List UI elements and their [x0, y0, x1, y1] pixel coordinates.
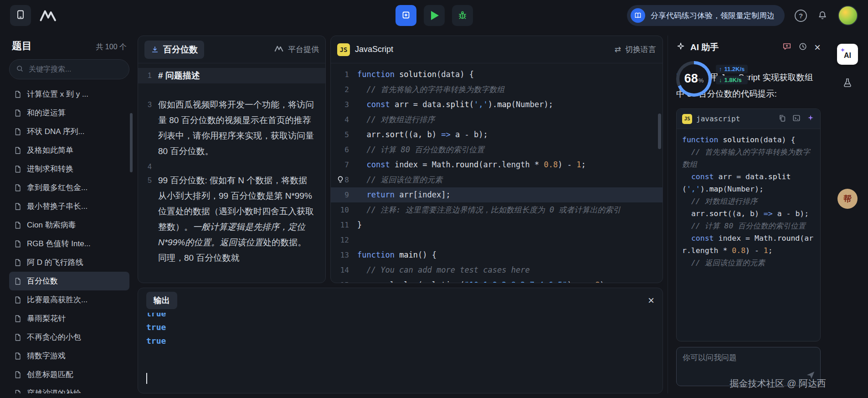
sidebar-item[interactable]: 计算位置 x 到 y ...: [9, 85, 129, 103]
square-plus-icon: [401, 10, 411, 21]
output-console[interactable]: truetruetrue: [138, 313, 663, 393]
window-button[interactable]: [10, 5, 31, 26]
document-icon: [14, 90, 22, 98]
magic-sparkle-icon[interactable]: [806, 114, 815, 124]
code-token: function: [357, 70, 399, 79]
code-token: // 计算 80 百分位数的索引位置: [357, 145, 484, 154]
code-editor[interactable]: 1function solution(data) {2 // 首先将输入的字符串…: [331, 63, 663, 283]
sidebar-item[interactable]: 百分位数: [9, 272, 129, 290]
close-icon[interactable]: ×: [648, 295, 654, 306]
code-line: 15 console.log(solution("10,1,9,2,8,3,7,…: [331, 278, 663, 283]
code-text: function solution(data) {: [357, 67, 663, 82]
code-token: 0.8: [732, 246, 745, 255]
help-float-badge[interactable]: 帮: [837, 189, 858, 209]
avatar[interactable]: [838, 5, 858, 26]
code-text: [357, 233, 663, 248]
sidebar-item[interactable]: 比赛最高获胜次...: [9, 290, 129, 309]
document-icon: [14, 109, 22, 117]
sidebar-item[interactable]: 环状 DNA 序列...: [9, 122, 129, 141]
code-lines: 1function solution(data) {2 // 首先将输入的字符串…: [331, 67, 663, 283]
code-token: function: [357, 250, 399, 259]
sidebar-item[interactable]: 猜数字游戏: [9, 346, 129, 365]
run-button[interactable]: [424, 5, 445, 26]
play-icon: [431, 11, 439, 20]
code-line: 9 return arr[index];: [331, 187, 663, 202]
code-token: const: [366, 100, 390, 109]
switch-icon: ⇄: [615, 45, 621, 54]
ai-code-line: const index = Math.round(arr.length * 0.…: [682, 232, 815, 257]
help-icon[interactable]: ?: [795, 10, 807, 22]
code-token: arr[index];: [395, 190, 451, 199]
code-token: () {: [418, 250, 437, 259]
search-box[interactable]: [9, 59, 129, 79]
line-number: 12: [331, 233, 357, 248]
code-token: solution: [723, 135, 759, 144]
editor-scrollbar[interactable]: [658, 114, 661, 149]
app-logo[interactable]: [39, 9, 58, 22]
code-token: // 首先将输入的字符串转换为数字数组: [357, 85, 504, 94]
ai-code-body: function solution(data) { // 首先将输入的字符串转换…: [677, 129, 820, 274]
sidebar-item[interactable]: 创意标题匹配: [9, 365, 129, 384]
output-line: true: [146, 313, 663, 320]
code-token: // 对数组进行排序: [357, 115, 435, 124]
insert-code-icon[interactable]: [792, 114, 801, 124]
code-text: // 首先将输入的字符串转换为数字数组: [357, 82, 663, 97]
ai-body: 68 % ↑11.2K/s ↓1.8K/s 以下是使用 JavaScript 实…: [669, 59, 828, 393]
code-line: 8 // 返回该位置的元素: [331, 172, 663, 187]
sidebar-item[interactable]: 进制求和转换: [9, 160, 129, 178]
promo-banner[interactable]: 分享代码练习体验，领限量定制周边: [627, 5, 785, 26]
sidebar-item[interactable]: Cion 勒索病毒: [9, 216, 129, 234]
sidebar-item[interactable]: 阿 D 的飞行路线: [9, 253, 129, 272]
sidebar-item[interactable]: 及格如此简单: [9, 141, 129, 160]
sidebar-item[interactable]: 穿越沙漠的补给...: [9, 384, 129, 393]
code-token: }: [357, 220, 362, 229]
output-panel: 输出 × truetruetrue: [138, 288, 663, 393]
sidebar-item[interactable]: 不再贪心的小包: [9, 328, 129, 346]
download-speed: 1.8K/s: [724, 77, 742, 83]
language-tab[interactable]: JS JavaScript: [337, 43, 393, 56]
sidebar-item[interactable]: 拿到最多红包金...: [9, 178, 129, 197]
sidebar-item-label: 阿 D 的飞行路线: [27, 257, 83, 268]
code-token: // 对数组进行排序: [682, 197, 757, 206]
insert-button[interactable]: [395, 5, 416, 26]
code-line: 14 // You can add more test cases here: [331, 263, 663, 278]
debug-button[interactable]: [452, 5, 473, 26]
sidebar-scrollbar[interactable]: [130, 113, 133, 172]
search-input[interactable]: [28, 65, 123, 74]
sidebar-item[interactable]: 和的逆运算: [9, 103, 129, 122]
ai-assistant-fab[interactable]: AI: [837, 44, 858, 65]
close-icon[interactable]: ×: [814, 42, 821, 53]
sidebar: 题目 共 100 个 计算位置 x 到 y ...和的逆运算环状 DNA 序列.…: [5, 36, 133, 393]
code-line: 12: [331, 233, 663, 248]
line-number: 13: [331, 248, 357, 263]
bell-icon[interactable]: [817, 10, 828, 21]
flask-icon[interactable]: [842, 78, 853, 90]
code-token: 0.8: [544, 160, 558, 169]
code-token: ).: [700, 185, 709, 193]
document-icon: [14, 240, 22, 248]
line-number: 14: [331, 263, 357, 278]
watermark: 掘金技术社区 @ 阿达西: [730, 377, 826, 390]
document-icon: [14, 277, 22, 285]
switch-language-button[interactable]: ⇄ 切换语言: [615, 44, 656, 55]
document-icon: [14, 389, 22, 394]
copy-icon[interactable]: [778, 114, 786, 124]
new-chat-icon[interactable]: [782, 42, 791, 53]
sidebar-item[interactable]: RGB 色值转 Inte...: [9, 234, 129, 253]
lightbulb-icon[interactable]: [336, 176, 344, 186]
code-line: 10 // 注释: 这里需要注意边界情况，比如数组长度为 0 或者计算出的索引: [331, 202, 663, 217]
line-number: 15: [331, 278, 357, 283]
code-token: // 返回该位置的元素: [357, 175, 442, 184]
code-text: const arr = data.split(',').map(Number);: [357, 97, 663, 112]
code-token: solution: [399, 70, 437, 79]
sidebar-item-label: 穿越沙漠的补给...: [27, 388, 87, 393]
sidebar-item[interactable]: 暴雨梨花针: [9, 309, 129, 328]
ai-code-line: // 返回该位置的元素: [682, 257, 815, 269]
sidebar-item-label: 拿到最多红包金...: [27, 182, 87, 193]
code-token: // 注释: 这里需要注意边界情况，比如数组长度为 0 或者计算出的索引: [357, 205, 621, 214]
history-icon[interactable]: [798, 42, 807, 53]
code-token: (: [469, 100, 474, 109]
sidebar-item[interactable]: 最小替换子串长...: [9, 197, 129, 216]
line-number: [138, 83, 158, 97]
line-number: 1: [138, 68, 158, 83]
